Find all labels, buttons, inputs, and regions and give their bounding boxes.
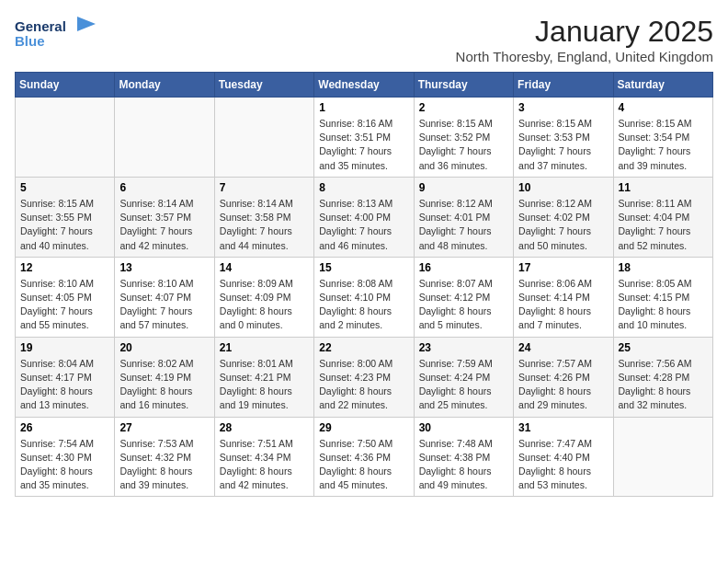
day-info: Sunrise: 7:50 AMSunset: 4:36 PMDaylight:… <box>319 437 408 493</box>
calendar-week-row: 26Sunrise: 7:54 AMSunset: 4:30 PMDayligh… <box>16 417 713 497</box>
day-info: Sunrise: 8:04 AMSunset: 4:17 PMDaylight:… <box>20 357 109 413</box>
calendar-cell: 6Sunrise: 8:14 AMSunset: 3:57 PMDaylight… <box>115 177 214 257</box>
day-number: 12 <box>20 261 109 274</box>
weekday-header-saturday: Saturday <box>613 73 712 98</box>
day-number: 8 <box>319 181 408 194</box>
day-number: 30 <box>419 421 508 434</box>
day-info: Sunrise: 8:02 AMSunset: 4:19 PMDaylight:… <box>119 357 209 413</box>
day-info: Sunrise: 7:51 AMSunset: 4:34 PMDaylight:… <box>220 437 309 493</box>
calendar-cell: 26Sunrise: 7:54 AMSunset: 4:30 PMDayligh… <box>16 417 115 497</box>
day-number: 13 <box>119 261 209 274</box>
calendar-cell: 7Sunrise: 8:14 AMSunset: 3:58 PMDaylight… <box>214 177 313 257</box>
day-info: Sunrise: 8:09 AMSunset: 4:09 PMDaylight:… <box>220 277 309 333</box>
calendar-cell: 13Sunrise: 8:10 AMSunset: 4:07 PMDayligh… <box>115 257 214 337</box>
day-info: Sunrise: 8:05 AMSunset: 4:15 PMDaylight:… <box>619 277 708 333</box>
day-info: Sunrise: 7:56 AMSunset: 4:28 PMDaylight:… <box>619 357 708 413</box>
calendar-cell: 19Sunrise: 8:04 AMSunset: 4:17 PMDayligh… <box>16 337 115 417</box>
day-info: Sunrise: 7:48 AMSunset: 4:38 PMDaylight:… <box>419 437 508 493</box>
calendar-cell <box>613 417 712 497</box>
calendar-cell: 22Sunrise: 8:00 AMSunset: 4:23 PMDayligh… <box>314 337 414 417</box>
day-number: 14 <box>220 261 309 274</box>
day-number: 7 <box>220 181 309 194</box>
day-info: Sunrise: 8:12 AMSunset: 4:02 PMDaylight:… <box>518 197 608 253</box>
day-info: Sunrise: 8:15 AMSunset: 3:52 PMDaylight:… <box>419 117 508 173</box>
weekday-header-monday: Monday <box>115 73 214 98</box>
calendar-cell: 1Sunrise: 8:16 AMSunset: 3:51 PMDaylight… <box>314 98 414 178</box>
day-number: 10 <box>518 181 608 194</box>
day-info: Sunrise: 8:06 AMSunset: 4:14 PMDaylight:… <box>518 277 608 333</box>
calendar-week-row: 5Sunrise: 8:15 AMSunset: 3:55 PMDaylight… <box>16 177 713 257</box>
weekday-header-tuesday: Tuesday <box>214 73 313 98</box>
day-number: 1 <box>319 101 408 114</box>
day-info: Sunrise: 8:10 AMSunset: 4:05 PMDaylight:… <box>20 277 109 333</box>
calendar-cell <box>115 98 214 178</box>
day-number: 26 <box>20 421 109 434</box>
calendar-cell: 25Sunrise: 7:56 AMSunset: 4:28 PMDayligh… <box>613 337 712 417</box>
day-info: Sunrise: 8:15 AMSunset: 3:53 PMDaylight:… <box>518 117 608 173</box>
day-info: Sunrise: 7:53 AMSunset: 4:32 PMDaylight:… <box>119 437 209 493</box>
day-number: 2 <box>419 101 508 114</box>
day-number: 15 <box>319 261 408 274</box>
calendar-cell: 5Sunrise: 8:15 AMSunset: 3:55 PMDaylight… <box>16 177 115 257</box>
calendar-cell: 23Sunrise: 7:59 AMSunset: 4:24 PMDayligh… <box>414 337 513 417</box>
day-info: Sunrise: 8:14 AMSunset: 3:58 PMDaylight:… <box>220 197 309 253</box>
day-info: Sunrise: 8:13 AMSunset: 4:00 PMDaylight:… <box>319 197 408 253</box>
calendar-week-row: 19Sunrise: 8:04 AMSunset: 4:17 PMDayligh… <box>16 337 713 417</box>
calendar-cell: 12Sunrise: 8:10 AMSunset: 4:05 PMDayligh… <box>16 257 115 337</box>
calendar-cell: 24Sunrise: 7:57 AMSunset: 4:26 PMDayligh… <box>514 337 613 417</box>
calendar-cell: 4Sunrise: 8:15 AMSunset: 3:54 PMDaylight… <box>613 98 712 178</box>
day-number: 20 <box>119 341 209 354</box>
day-info: Sunrise: 8:14 AMSunset: 3:57 PMDaylight:… <box>119 197 209 253</box>
day-number: 3 <box>518 101 608 114</box>
day-info: Sunrise: 8:16 AMSunset: 3:51 PMDaylight:… <box>319 117 408 173</box>
calendar-cell: 29Sunrise: 7:50 AMSunset: 4:36 PMDayligh… <box>314 417 414 497</box>
day-info: Sunrise: 7:54 AMSunset: 4:30 PMDaylight:… <box>20 437 109 493</box>
day-number: 24 <box>518 341 608 354</box>
calendar-subtitle: North Thoresby, England, United Kingdom <box>456 49 713 64</box>
calendar-cell: 27Sunrise: 7:53 AMSunset: 4:32 PMDayligh… <box>115 417 214 497</box>
calendar-cell: 10Sunrise: 8:12 AMSunset: 4:02 PMDayligh… <box>514 177 613 257</box>
calendar-cell: 21Sunrise: 8:01 AMSunset: 4:21 PMDayligh… <box>214 337 313 417</box>
day-number: 19 <box>20 341 109 354</box>
calendar-body: 1Sunrise: 8:16 AMSunset: 3:51 PMDaylight… <box>16 98 713 497</box>
calendar-cell: 31Sunrise: 7:47 AMSunset: 4:40 PMDayligh… <box>514 417 613 497</box>
day-info: Sunrise: 8:15 AMSunset: 3:54 PMDaylight:… <box>619 117 708 173</box>
calendar-cell: 15Sunrise: 8:08 AMSunset: 4:10 PMDayligh… <box>314 257 414 337</box>
svg-text:General: General <box>15 18 66 34</box>
calendar-cell: 18Sunrise: 8:05 AMSunset: 4:15 PMDayligh… <box>613 257 712 337</box>
logo: General Blue <box>15 15 97 52</box>
day-info: Sunrise: 7:47 AMSunset: 4:40 PMDaylight:… <box>518 437 608 493</box>
title-block: January 2025 North Thoresby, England, Un… <box>456 15 713 64</box>
day-info: Sunrise: 7:59 AMSunset: 4:24 PMDaylight:… <box>419 357 508 413</box>
calendar-cell: 3Sunrise: 8:15 AMSunset: 3:53 PMDaylight… <box>514 98 613 178</box>
calendar-cell: 28Sunrise: 7:51 AMSunset: 4:34 PMDayligh… <box>214 417 313 497</box>
logo-svg: General Blue <box>15 15 97 52</box>
day-number: 9 <box>419 181 508 194</box>
calendar-cell: 8Sunrise: 8:13 AMSunset: 4:00 PMDaylight… <box>314 177 414 257</box>
day-number: 5 <box>20 181 109 194</box>
day-info: Sunrise: 8:15 AMSunset: 3:55 PMDaylight:… <box>20 197 109 253</box>
day-info: Sunrise: 8:01 AMSunset: 4:21 PMDaylight:… <box>220 357 309 413</box>
calendar-week-row: 12Sunrise: 8:10 AMSunset: 4:05 PMDayligh… <box>16 257 713 337</box>
calendar-cell: 11Sunrise: 8:11 AMSunset: 4:04 PMDayligh… <box>613 177 712 257</box>
day-number: 17 <box>518 261 608 274</box>
day-number: 11 <box>619 181 708 194</box>
day-number: 23 <box>419 341 508 354</box>
weekday-header-friday: Friday <box>514 73 613 98</box>
day-number: 16 <box>419 261 508 274</box>
day-number: 4 <box>619 101 708 114</box>
weekday-header-sunday: Sunday <box>16 73 115 98</box>
calendar-header: SundayMondayTuesdayWednesdayThursdayFrid… <box>16 73 713 98</box>
calendar-cell: 2Sunrise: 8:15 AMSunset: 3:52 PMDaylight… <box>414 98 513 178</box>
calendar-cell: 30Sunrise: 7:48 AMSunset: 4:38 PMDayligh… <box>414 417 513 497</box>
page-header: General Blue January 2025 North Thoresby… <box>15 15 713 64</box>
day-number: 22 <box>319 341 408 354</box>
day-number: 6 <box>119 181 209 194</box>
day-number: 18 <box>619 261 708 274</box>
weekday-header-row: SundayMondayTuesdayWednesdayThursdayFrid… <box>16 73 713 98</box>
svg-text:Blue: Blue <box>15 33 45 49</box>
day-info: Sunrise: 7:57 AMSunset: 4:26 PMDaylight:… <box>518 357 608 413</box>
day-number: 21 <box>220 341 309 354</box>
day-info: Sunrise: 8:12 AMSunset: 4:01 PMDaylight:… <box>419 197 508 253</box>
calendar-cell: 17Sunrise: 8:06 AMSunset: 4:14 PMDayligh… <box>514 257 613 337</box>
